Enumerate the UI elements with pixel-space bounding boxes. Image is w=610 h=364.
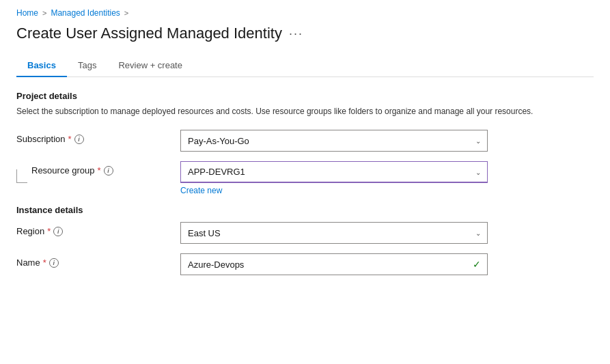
page-title-menu-icon[interactable]: ··· — [289, 27, 303, 41]
page-title: Create User Assigned Managed Identity — [16, 25, 282, 42]
resource-group-label-container: Resource group * i — [16, 161, 180, 183]
name-input-wrapper: ✓ — [180, 253, 488, 275]
breadcrumb: Home > Managed Identities > — [16, 8, 594, 18]
resource-group-control: APP-DEVRG1 ⌄ Create new — [180, 161, 488, 195]
region-row: Region * i East US ⌄ — [16, 222, 594, 244]
region-control: East US ⌄ — [180, 222, 488, 244]
subscription-label: Subscription * i — [16, 130, 180, 144]
breadcrumb-managed-identities[interactable]: Managed Identities — [51, 8, 120, 18]
project-details-title: Project details — [16, 91, 594, 101]
page-title-container: Create User Assigned Managed Identity ··… — [16, 25, 594, 42]
tree-line — [16, 169, 27, 183]
region-info-icon[interactable]: i — [53, 227, 63, 236]
project-details-description: Select the subscription to manage deploy… — [16, 105, 594, 117]
subscription-select[interactable]: Pay-As-You-Go — [180, 130, 488, 152]
resource-group-info-icon[interactable]: i — [104, 166, 113, 176]
name-info-icon[interactable]: i — [49, 258, 59, 268]
tab-tags[interactable]: Tags — [67, 55, 107, 77]
resource-group-select-wrapper: APP-DEVRG1 ⌄ — [180, 161, 488, 183]
subscription-info-icon[interactable]: i — [74, 135, 84, 144]
name-label: Name * i — [16, 253, 180, 268]
tab-basics[interactable]: Basics — [16, 55, 67, 77]
breadcrumb-home[interactable]: Home — [16, 8, 38, 18]
name-row: Name * i ✓ — [16, 253, 594, 275]
tab-bar: Basics Tags Review + create — [16, 55, 594, 77]
name-required: * — [43, 257, 46, 268]
subscription-select-wrapper: Pay-As-You-Go ⌄ — [180, 130, 488, 152]
subscription-row: Subscription * i Pay-As-You-Go ⌄ — [16, 130, 594, 152]
subscription-required: * — [68, 134, 72, 144]
name-control: ✓ — [180, 253, 488, 275]
resource-group-label: Resource group * i — [31, 165, 113, 176]
tree-line-container: Resource group * i — [16, 165, 113, 183]
tab-review-create[interactable]: Review + create — [107, 55, 193, 77]
create-new-link[interactable]: Create new — [180, 186, 222, 195]
region-label: Region * i — [16, 222, 180, 236]
instance-details-title: Instance details — [16, 205, 594, 215]
breadcrumb-sep2: > — [124, 9, 128, 17]
resource-group-required: * — [98, 165, 101, 176]
resource-group-row: Resource group * i APP-DEVRG1 ⌄ Create n… — [16, 161, 594, 195]
name-input[interactable] — [180, 253, 488, 275]
region-select[interactable]: East US — [180, 222, 488, 244]
instance-details-section: Instance details — [16, 205, 594, 215]
resource-group-select[interactable]: APP-DEVRG1 — [180, 161, 488, 183]
subscription-control: Pay-As-You-Go ⌄ — [180, 130, 488, 152]
breadcrumb-sep1: > — [42, 9, 46, 17]
region-select-wrapper: East US ⌄ — [180, 222, 488, 244]
region-required: * — [47, 226, 51, 236]
